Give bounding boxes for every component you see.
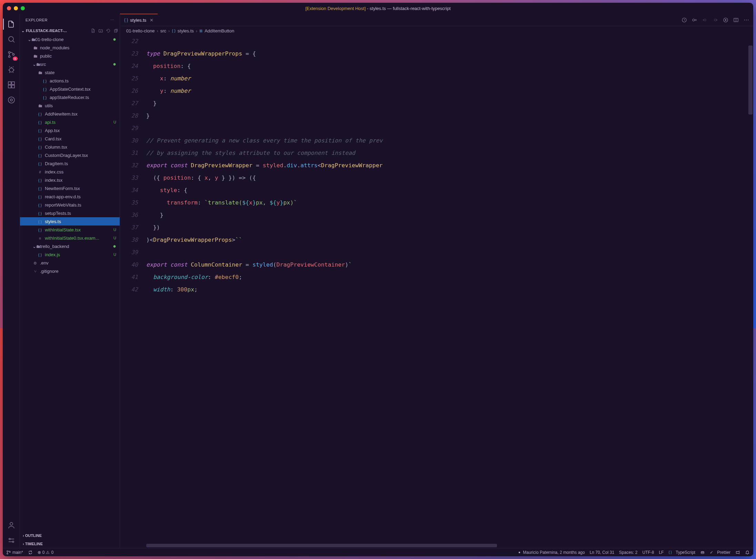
code-line[interactable] [146, 122, 444, 134]
code-line[interactable]: style: { [146, 184, 444, 197]
tree-file[interactable]: { }reportWebVitals.ts [20, 201, 120, 209]
new-file-icon[interactable] [91, 28, 96, 33]
activity-explorer-icon[interactable] [3, 17, 20, 32]
tree-file[interactable]: { }setupTests.ts [20, 209, 120, 217]
window-maximize-button[interactable] [21, 6, 25, 10]
folder-icon: 🖿 [37, 70, 43, 75]
code-editor[interactable]: 2223242526272829303132333435363738394041… [120, 35, 444, 328]
tree-file[interactable]: { }Column.tsx [20, 143, 120, 151]
tree-folder[interactable]: 🖿utils [20, 101, 120, 110]
tree-folder[interactable]: ⌄🖿trello_backend● [20, 242, 120, 250]
collapse-all-icon[interactable] [113, 28, 118, 33]
tree-item-label: reportWebVitals.ts [45, 202, 81, 208]
activity-extensions-icon[interactable] [3, 77, 20, 92]
code-line[interactable]: )<DragPreviewWrapperProps>`` [146, 234, 444, 246]
tree-file[interactable]: { }withInitialState.tsxU [20, 226, 120, 234]
tree-file[interactable]: { }styles.ts [20, 217, 120, 226]
svg-point-3 [12, 54, 14, 56]
code-line[interactable] [146, 246, 444, 259]
tree-file[interactable]: { }index.jsU [20, 250, 120, 259]
tree-file[interactable]: #index.css [20, 168, 120, 176]
symbol-icon: ⊞ [199, 29, 202, 33]
tabs-bar: { } styles.ts ✕ ⋯ [120, 14, 444, 26]
chev-folder-icon: ⌄🖿 [28, 37, 33, 42]
code-line[interactable]: width: 300px; [146, 283, 444, 296]
tab-close-icon[interactable]: ✕ [150, 18, 153, 23]
ts-icon: { } [42, 95, 48, 100]
titlebar: [Extension Development Host] - styles.ts… [3, 3, 444, 14]
tree-file[interactable]: { }App.tsx [20, 126, 120, 134]
tree-file[interactable]: ≡withInitialState0.tsx.exam...U [20, 234, 120, 242]
code-line[interactable]: // Prevent generating a new class every … [146, 134, 444, 147]
code-line[interactable]: } [146, 110, 444, 122]
code-line[interactable]: export const ColumnContainer = styled(Dr… [146, 259, 444, 271]
tree-folder[interactable]: 🖿state [20, 68, 120, 77]
activity-debug-icon[interactable] [3, 62, 20, 77]
tree-folder[interactable]: ⌄🖿01-trello-clone● [20, 35, 120, 43]
activity-source-control-icon[interactable]: 4 [3, 47, 20, 62]
code-line[interactable]: } [146, 209, 444, 221]
tree-file[interactable]: ⑂.gitignore [20, 267, 120, 275]
tree-item-label: 01-trello-clone [35, 37, 63, 42]
line-number: 27 [120, 97, 138, 110]
ts-icon: { } [37, 178, 43, 183]
refresh-icon[interactable] [106, 28, 111, 33]
tree-item-label: App.tsx [45, 128, 60, 133]
tree-file[interactable]: ⚙.env [20, 259, 120, 267]
ts-icon: { } [37, 153, 43, 158]
window-minimize-button[interactable] [14, 6, 18, 10]
tree-file[interactable]: { }AddNewItem.tsx [20, 110, 120, 118]
activity-search-icon[interactable] [3, 32, 20, 47]
breadcrumbs[interactable]: 01-trello-clone › src › { } styles.ts › … [120, 26, 444, 35]
code-content[interactable]: type DragPreviewWrapperProps = { positio… [146, 35, 444, 328]
tree-item-label: index.css [45, 169, 63, 174]
code-line[interactable]: transform: `translate(${x}px, ${y}px)` [146, 197, 444, 209]
activity-gitlens-icon[interactable] [3, 92, 20, 108]
tree-file[interactable]: { }NewItemForm.tsx [20, 184, 120, 192]
code-line[interactable]: }) [146, 221, 444, 234]
breadcrumb-item[interactable]: 01-trello-clone [126, 28, 155, 33]
tree-file[interactable]: { }appStateReducer.ts [20, 93, 120, 101]
code-line[interactable]: export const DragPreviewWrapper = styled… [146, 159, 444, 172]
code-line[interactable] [146, 35, 444, 48]
tree-file[interactable]: { }AppStateContext.tsx [20, 85, 120, 93]
folder-icon: 🖿 [37, 103, 43, 108]
tree-file[interactable]: { }Card.tsx [20, 134, 120, 143]
svg-rect-7 [12, 85, 14, 88]
breadcrumb-item[interactable]: src [160, 28, 166, 33]
ts-icon: { } [37, 136, 43, 141]
tree-folder[interactable]: ⌄🖿src● [20, 60, 120, 68]
code-line[interactable]: background-color: #ebecf0; [146, 271, 444, 283]
ts-icon: { } [37, 211, 43, 216]
breadcrumb-item[interactable]: styles.ts [178, 28, 194, 33]
new-folder-icon[interactable] [98, 28, 103, 33]
code-line[interactable]: // by assigning the styles attribute to … [146, 147, 444, 159]
code-line[interactable]: x: number [146, 72, 444, 85]
tree-file[interactable]: { }actions.ts [20, 77, 120, 85]
code-line[interactable]: type DragPreviewWrapperProps = { [146, 48, 444, 60]
css-icon: # [37, 169, 43, 174]
tree-item-label: state [45, 70, 54, 75]
tree-file[interactable]: { }CustomDragLayer.tsx [20, 151, 120, 159]
code-line[interactable]: } [146, 97, 444, 110]
tab-styles-ts[interactable]: { } styles.ts ✕ [120, 14, 158, 26]
tree-file[interactable]: { }react-app-env.d.ts [20, 192, 120, 201]
line-number: 24 [120, 60, 138, 72]
breadcrumb-item[interactable]: AddItemButton [205, 28, 234, 33]
txt-icon: ≡ [37, 236, 43, 241]
code-line[interactable]: ({ position: { x, y } }) => ({ [146, 172, 444, 184]
window-close-button[interactable] [7, 6, 11, 10]
line-number: 36 [120, 209, 138, 221]
code-line[interactable]: y: number [146, 85, 444, 97]
explorer-more-icon[interactable]: ⋯ [110, 18, 115, 22]
tree-file[interactable]: { }DragItem.ts [20, 159, 120, 168]
svg-point-2 [8, 56, 10, 58]
workspace-folder-header[interactable]: ⌄ FULLSTACK-REACT-... [20, 26, 120, 35]
file-tree[interactable]: ⌄🖿01-trello-clone●🖿node_modules🖿public⌄🖿… [20, 35, 120, 328]
tree-folder[interactable]: 🖿node_modules [20, 43, 120, 52]
tree-file[interactable]: { }api.tsU [20, 118, 120, 126]
code-line[interactable]: position: { [146, 60, 444, 72]
tree-item-label: withInitialState0.tsx.exam... [45, 236, 99, 241]
tree-folder[interactable]: 🖿public [20, 52, 120, 60]
tree-file[interactable]: { }index.tsx [20, 176, 120, 184]
